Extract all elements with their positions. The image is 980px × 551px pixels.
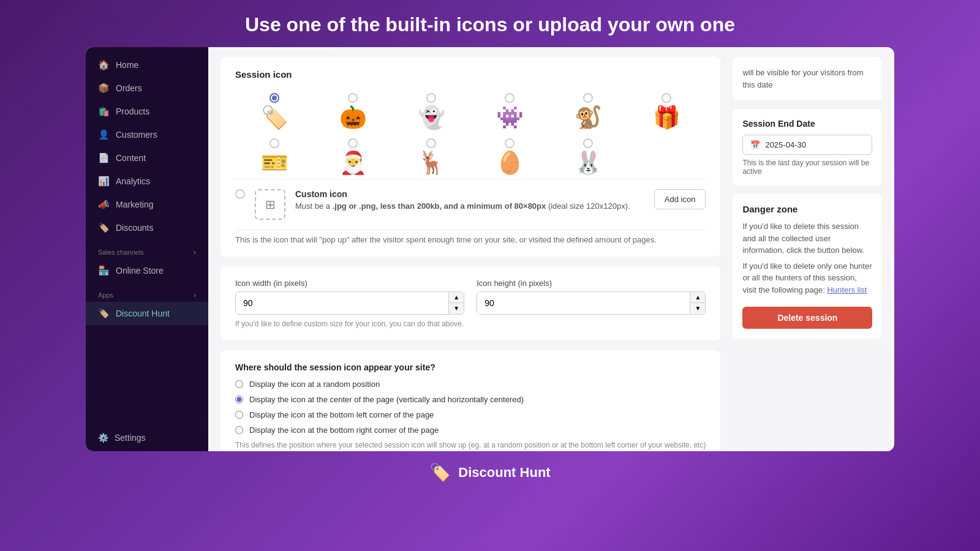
sidebar-item-content[interactable]: 📄 Content [86,146,208,170]
radio-8[interactable] [426,138,436,148]
position-section: Where should the session icon appear you… [235,362,706,449]
position-radio-1[interactable] [235,395,243,403]
icon-option-3[interactable]: 👾 [470,88,549,133]
session-end-date-input[interactable]: 📅 2025-04-30 [742,135,872,155]
size-panel: Icon width (in pixels) ▲ ▼ Icon height (… [221,266,720,340]
session-end-date-value: 2025-04-30 [765,140,806,149]
position-section-title: Where should the session icon appear you… [235,362,706,372]
danger-zone-title: Danger zone [742,204,872,214]
delete-session-button[interactable]: Delete session [742,307,872,329]
discounts-icon: 🏷️ [98,222,110,233]
sidebar-item-analytics[interactable]: 📊 Analytics [86,170,208,193]
orders-icon: 📦 [98,83,110,94]
sidebar-item-discount-hunt[interactable]: 🏷️ Discount Hunt [86,302,208,325]
icon-width-up[interactable]: ▲ [449,292,464,303]
icon-emoji-1: 🎃 [339,107,367,129]
icon-option-10[interactable]: 🐰 [549,133,627,179]
icon-height-down[interactable]: ▼ [690,303,705,314]
radio-5[interactable] [662,93,671,103]
icon-popup-hint: This is the icon that will "pop up" afte… [235,230,706,244]
size-inputs-row: Icon width (in pixels) ▲ ▼ Icon height (… [235,279,706,315]
radio-4[interactable] [583,93,593,103]
icon-height-input-wrapper: ▲ ▼ [477,291,706,315]
session-end-date-card: Session End Date 📅 2025-04-30 This is th… [733,109,882,186]
position-option-0[interactable]: Display the icon at a random position [235,380,706,389]
sidebar-item-products[interactable]: 🛍️ Products [86,100,208,123]
position-radio-2[interactable] [235,411,243,419]
icon-option-1[interactable]: 🎃 [314,88,392,133]
marketing-icon: 📣 [98,199,110,210]
radio-10[interactable] [583,138,593,148]
danger-zone-card: Danger zone If you'd like to delete this… [733,194,882,339]
radio-0[interactable] [270,93,279,103]
position-hint: This defines the position where your sel… [235,441,706,449]
icon-option-8[interactable]: 🦌 [392,133,470,179]
radio-6[interactable] [270,138,279,148]
visible-text-card: will be visible for your visitors from t… [733,57,882,100]
sidebar: 🏠 Home 📦 Orders 🛍️ Products 👤 Customers … [86,47,208,451]
sidebar-label-customers: Customers [116,130,157,140]
icon-width-input-wrapper: ▲ ▼ [235,291,464,315]
icon-emoji-5: 🎁 [653,107,680,129]
danger-text-1: If you'd like to delete this session and… [742,220,872,257]
radio-1[interactable] [348,93,358,103]
sidebar-item-discounts[interactable]: 🏷️ Discounts [86,216,208,239]
icon-option-4[interactable]: 🐒 [549,88,627,133]
sidebar-item-online-store[interactable]: 🏪 Online Store [86,259,208,282]
danger-text-2: If you'd like to delete only one hunter … [742,260,872,296]
icon-option-7[interactable]: 🎅 [314,133,392,179]
hunters-list-link[interactable]: Hunters list [827,285,867,294]
position-option-1[interactable]: Display the icon at the center of the pa… [235,395,706,404]
position-radio-0[interactable] [235,380,243,388]
session-icon-title: Session icon [235,69,706,80]
page-title: Use one of the built-in icons or upload … [0,0,980,47]
custom-radio[interactable] [235,189,245,199]
calendar-icon: 📅 [750,140,760,149]
session-icon-panel: Session icon 🏷️ 🎃 👻 [221,57,720,257]
icon-emoji-4: 🐒 [575,107,602,129]
grid-plus-icon: ⊞ [265,197,276,212]
visible-text: will be visible for your visitors from t… [742,68,863,89]
sidebar-label-orders: Orders [116,83,142,93]
sidebar-item-home[interactable]: 🏠 Home [86,53,208,77]
chevron-right-icon: › [194,248,196,257]
sidebar-settings[interactable]: ⚙️ Settings [86,424,208,451]
position-label-3: Display the icon at the bottom right cor… [249,425,439,435]
position-option-3[interactable]: Display the icon at the bottom right cor… [235,425,706,435]
sidebar-label-products: Products [116,107,149,116]
icon-option-0[interactable]: 🏷️ [235,88,314,133]
radio-9[interactable] [505,138,514,148]
icon-height-input[interactable] [477,292,690,314]
icon-height-field: Icon height (in pixels) ▲ ▼ [477,279,706,315]
position-panel: Where should the session icon appear you… [221,350,720,451]
icon-height-label: Icon height (in pixels) [477,279,706,288]
icon-option-5[interactable]: 🎁 [627,88,706,133]
icon-width-input[interactable] [236,292,448,314]
position-radio-3[interactable] [235,426,243,434]
sidebar-item-orders[interactable]: 📦 Orders [86,77,208,100]
footer-label: Discount Hunt [458,465,550,481]
sidebar-item-customers[interactable]: 👤 Customers [86,123,208,146]
icon-width-down[interactable]: ▼ [449,303,464,314]
radio-2[interactable] [426,93,436,103]
custom-icon-radio-cell[interactable] [235,189,245,199]
add-icon-button[interactable]: Add icon [654,189,706,209]
icon-option-6[interactable]: 🎫 [235,133,314,179]
right-panel: will be visible for your visitors from t… [733,47,892,451]
icon-height-up[interactable]: ▲ [690,292,705,303]
content-main: Session icon 🏷️ 🎃 👻 [208,47,733,451]
position-option-2[interactable]: Display the icon at the bottom left corn… [235,410,706,419]
icon-option-2[interactable]: 👻 [392,88,470,133]
radio-3[interactable] [505,93,514,103]
icon-emoji-3: 👾 [496,107,524,129]
session-end-date-label: Session End Date [742,119,872,129]
icon-emoji-9: 🥚 [496,152,524,174]
sidebar-label-analytics: Analytics [116,176,150,186]
icon-option-9[interactable]: 🥚 [470,133,549,179]
custom-icon-desc-suffix: (ideal size 120x120px). [548,201,630,211]
icons-grid-row2: 🎫 🎅 🦌 🥚 [235,133,706,179]
position-label-0: Display the icon at a random position [249,380,380,389]
sidebar-item-marketing[interactable]: 📣 Marketing [86,193,208,216]
sidebar-label-discounts: Discounts [116,223,153,233]
radio-7[interactable] [348,138,358,148]
